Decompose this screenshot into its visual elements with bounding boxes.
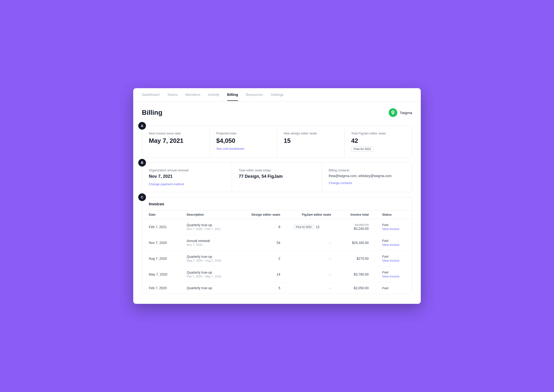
view-invoice-link[interactable]: View invoice bbox=[382, 243, 405, 246]
figjam-dash: – bbox=[329, 257, 331, 260]
invoice-total: $29,160.00 bbox=[338, 235, 375, 251]
desc-main: Quarterly true-up bbox=[187, 223, 230, 227]
page-header: Billing Twigma bbox=[133, 102, 421, 122]
renewal-grid: Organization annual renewal Nov 7, 2021 … bbox=[142, 163, 412, 192]
desc-main: Quarterly true-up bbox=[187, 271, 230, 274]
stat-figjam-seats-value: 42 bbox=[351, 137, 406, 145]
section-c-badge: C bbox=[138, 193, 146, 201]
table-row: Feb 7, 2021Quarterly true-upNov 7, 2020 … bbox=[142, 219, 412, 235]
invoice-figjam-seats: – bbox=[287, 251, 338, 266]
renewal-label-contacts: Billing contacts bbox=[329, 168, 405, 172]
invoices-card: C Invoices Date Description Design edito… bbox=[142, 197, 412, 294]
figjam-cell: Free for 202112 bbox=[294, 225, 331, 229]
stat-design-seats-value: 15 bbox=[284, 137, 338, 145]
col-description: Description bbox=[180, 210, 237, 219]
stat-projected-total: Projected total $4,050 See cost breakdow… bbox=[210, 126, 277, 157]
stat-next-invoice-label: Next invoice issue date bbox=[149, 132, 203, 135]
status-paid: Paid bbox=[382, 255, 388, 258]
invoice-description: Quarterly true-up bbox=[180, 282, 237, 294]
col-invoice-total: Invoice total bbox=[338, 210, 375, 219]
figjam-dash: – bbox=[329, 273, 331, 276]
stat-design-seats-label: New design editor seats bbox=[284, 132, 338, 135]
view-invoice-link[interactable]: View invoice bbox=[382, 227, 405, 231]
invoice-date: Feb 7, 2020 bbox=[142, 282, 180, 294]
table-row: May 7, 2020Quarterly true-upFeb 7, 2020 … bbox=[142, 266, 412, 282]
status-paid: Paid bbox=[382, 271, 388, 274]
invoice-date: Feb 7, 2021 bbox=[142, 219, 180, 235]
desc-main: Quarterly true-up bbox=[187, 286, 230, 290]
renewal-contacts-value: thea@twigma.com, whiskey@twigma.com bbox=[329, 174, 405, 178]
page-title: Billing bbox=[142, 109, 162, 116]
col-status: Status bbox=[375, 210, 412, 219]
section-b-badge: B bbox=[138, 159, 146, 167]
stat-figjam-seats: Total FigJam editor seats 42 Free for 20… bbox=[344, 126, 412, 157]
invoice-table: Date Description Design editor seats Fig… bbox=[142, 210, 412, 294]
desc-sub: Nov 7, 2020 – Feb 7, 2021 bbox=[187, 227, 230, 231]
change-payment-link[interactable]: Change payment method bbox=[149, 182, 184, 186]
invoice-total: $3,780.00 bbox=[338, 266, 375, 282]
section-b-card: B Organization annual renewal Nov 7, 202… bbox=[142, 162, 412, 192]
view-invoice-link[interactable]: View invoice bbox=[382, 259, 405, 262]
figjam-dash: – bbox=[329, 241, 331, 245]
figjam-dash: – bbox=[329, 286, 331, 290]
nav-teams[interactable]: Teams bbox=[167, 89, 178, 101]
invoice-status: PaidView invoice bbox=[375, 219, 412, 235]
invoice-design-seats: 54 bbox=[237, 235, 287, 251]
stat-projected-label: Projected total bbox=[216, 132, 270, 135]
table-row: Feb 7, 2020Quarterly true-up5–$2,050.00P… bbox=[142, 282, 412, 294]
stats-grid: Next invoice issue date May 7, 2021 Proj… bbox=[142, 126, 412, 157]
invoice-status: Paid bbox=[375, 282, 412, 294]
nav-resources[interactable]: Resources bbox=[245, 89, 263, 101]
invoice-description: Quarterly true-upFeb 7, 2020 – May 7, 20… bbox=[180, 266, 237, 282]
top-nav: Dashboard Teams Members Activity Billing… bbox=[133, 88, 421, 102]
nav-activity[interactable]: Activity bbox=[208, 89, 219, 101]
stat-design-seats: New design editor seats 15 bbox=[277, 126, 344, 157]
desc-main: Quarterly true-up bbox=[187, 255, 230, 259]
renewal-cell-contacts: Billing contacts thea@twigma.com, whiske… bbox=[322, 163, 412, 192]
stat-next-invoice-value: May 7, 2021 bbox=[149, 137, 203, 145]
invoice-design-seats: 2 bbox=[237, 251, 287, 266]
total-strike: $4,860.00 bbox=[344, 223, 369, 227]
section-a-badge: A bbox=[138, 122, 146, 130]
change-contacts-link[interactable]: Change contacts bbox=[329, 181, 352, 185]
status-paid: Paid bbox=[382, 286, 388, 290]
figjam-free-badge: Free for 2021 bbox=[294, 225, 314, 229]
invoice-status: PaidView invoice bbox=[375, 266, 412, 282]
renewal-seats-value: 77 Design, 54 FigJam bbox=[239, 174, 315, 179]
invoice-figjam-seats: – bbox=[287, 266, 338, 282]
invoice-figjam-seats: – bbox=[287, 235, 338, 251]
invoice-date: May 7, 2020 bbox=[142, 266, 180, 282]
renewal-date: Nov 7, 2021 bbox=[149, 174, 225, 179]
invoice-design-seats: 14 bbox=[237, 266, 287, 282]
stat-next-invoice: Next invoice issue date May 7, 2021 bbox=[142, 126, 210, 157]
invoice-total: $2,050.00 bbox=[338, 282, 375, 294]
nav-dashboard[interactable]: Dashboard bbox=[142, 89, 159, 101]
desc-sub: Nov 7, 2020 bbox=[187, 243, 230, 246]
nav-settings[interactable]: Settings bbox=[271, 89, 283, 101]
cost-breakdown-link[interactable]: See cost breakdown bbox=[216, 147, 245, 150]
table-row: Aug 7, 2020Quarterly true-upMay 7, 2020 … bbox=[142, 251, 412, 266]
invoice-total: $270.00 bbox=[338, 251, 375, 266]
nav-billing[interactable]: Billing bbox=[227, 89, 238, 101]
invoice-status: PaidView invoice bbox=[375, 235, 412, 251]
invoices-title: Invoices bbox=[142, 197, 412, 206]
figjam-count: 12 bbox=[316, 225, 320, 229]
invoice-design-seats: 5 bbox=[237, 282, 287, 294]
invoice-total: $4,860.00$3,240.00 bbox=[338, 219, 375, 235]
invoice-description: Annual renewalNov 7, 2020 bbox=[180, 235, 237, 251]
col-date: Date bbox=[142, 210, 180, 219]
desc-sub: Feb 7, 2020 – May 7, 2020 bbox=[187, 275, 230, 278]
view-invoice-link[interactable]: View invoice bbox=[382, 275, 405, 278]
svg-point-0 bbox=[393, 112, 394, 113]
renewal-label-seats: Total editor seats today bbox=[239, 168, 315, 172]
invoice-description: Quarterly true-upNov 7, 2020 – Feb 7, 20… bbox=[180, 219, 237, 235]
status-paid: Paid bbox=[382, 239, 388, 243]
invoice-figjam-seats: Free for 202112 bbox=[287, 219, 338, 235]
section-a-card: A Next invoice issue date May 7, 2021 Pr… bbox=[142, 126, 412, 158]
col-figjam-seats: FigJam editor seats bbox=[287, 210, 338, 219]
renewal-cell-payment: Organization annual renewal Nov 7, 2021 … bbox=[142, 163, 232, 192]
invoice-figjam-seats: – bbox=[287, 282, 338, 294]
invoice-description: Quarterly true-upMay 7, 2020 – Aug 7, 20… bbox=[180, 251, 237, 266]
nav-members[interactable]: Members bbox=[185, 89, 201, 101]
col-design-seats: Design editor seats bbox=[237, 210, 287, 219]
